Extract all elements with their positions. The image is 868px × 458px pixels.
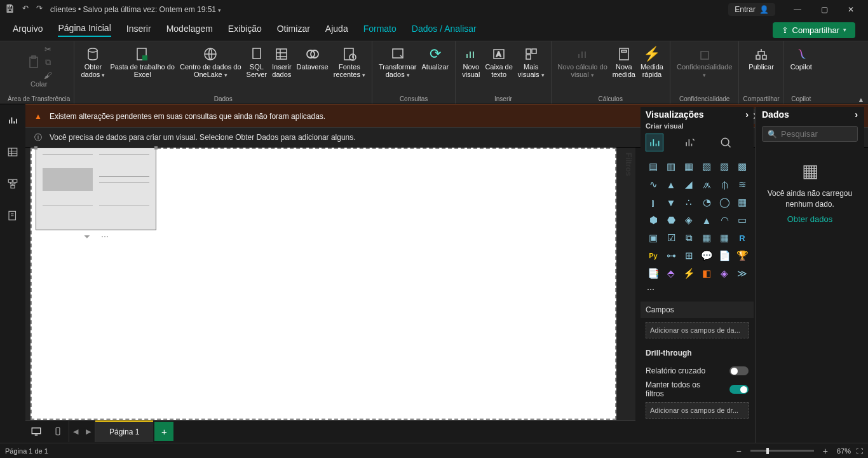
viz-shape-map[interactable]: ◈ xyxy=(681,212,696,228)
collapse-ribbon-icon[interactable]: ▲ xyxy=(858,96,864,103)
excel-workbook-button[interactable]: Pasta de trabalho do Excel xyxy=(107,44,177,80)
undo-icon[interactable]: ↶ xyxy=(22,4,29,15)
cut-icon[interactable]: ✂ xyxy=(44,45,52,54)
viz-treemap[interactable]: ▦ xyxy=(735,195,750,210)
dataverse-button[interactable]: Dataverse xyxy=(294,44,331,72)
viz-gauge[interactable]: ◠ xyxy=(717,212,732,228)
zoom-out-button[interactable]: − xyxy=(733,446,745,456)
report-view-button[interactable] xyxy=(4,112,21,128)
refresh-button[interactable]: ⟳Atualizar xyxy=(419,44,451,72)
prev-page-button[interactable]: ◀ xyxy=(69,420,82,442)
new-visual-button[interactable]: Novo visual xyxy=(459,44,482,80)
sql-server-button[interactable]: SQL Server xyxy=(244,44,269,80)
visual-placeholder[interactable]: ⏷ ⋯ xyxy=(36,148,156,230)
viz-stacked-column[interactable]: ▦ xyxy=(681,159,696,174)
tab-dados-analisar[interactable]: Dados / Analisar xyxy=(412,24,477,36)
viz-matrix[interactable]: ▦ xyxy=(717,230,732,246)
viz-100-column[interactable]: ▩ xyxy=(735,159,750,174)
viz-stacked-bar[interactable]: ▤ xyxy=(646,159,661,174)
mobile-layout-button[interactable] xyxy=(47,420,69,442)
viz-automate[interactable]: ⚡ xyxy=(681,266,696,281)
more-visuals-icon[interactable]: ⋯ xyxy=(646,284,749,295)
viz-line-stacked[interactable]: ⩕ xyxy=(699,177,714,192)
viz-multi-card[interactable]: ▣ xyxy=(646,230,661,246)
text-box-button[interactable]: ACaixa de texto xyxy=(482,44,515,80)
viz-python[interactable]: Py xyxy=(646,248,661,263)
tab-modelagem[interactable]: Modelagem xyxy=(166,24,213,36)
viz-funnel[interactable]: ▼ xyxy=(663,195,679,210)
viz-narrative[interactable]: 📄 xyxy=(717,248,732,263)
table-view-button[interactable] xyxy=(4,144,21,160)
fit-page-icon[interactable]: ⛶ xyxy=(856,447,863,455)
filter-icon[interactable]: ⏷ xyxy=(83,232,91,241)
copilot-button[interactable]: Copilot xyxy=(788,44,815,72)
recent-sources-button[interactable]: Fontes recentes ▾ xyxy=(331,44,368,80)
enter-data-button[interactable]: Inserir dados xyxy=(269,44,294,80)
viz-key-influencers[interactable]: ⊶ xyxy=(663,248,679,263)
viz-slicer[interactable]: ⧉ xyxy=(681,230,696,246)
get-data-link[interactable]: Obter dados xyxy=(762,214,858,225)
cross-report-toggle[interactable] xyxy=(729,366,749,375)
tab-pagina-inicial[interactable]: Página Inicial xyxy=(58,23,111,37)
get-data-button[interactable]: Obter dados ▾ xyxy=(78,44,107,80)
viz-100-bar[interactable]: ▨ xyxy=(717,159,732,174)
tab-ajuda[interactable]: Ajuda xyxy=(325,24,348,36)
collapse-data-icon[interactable]: › xyxy=(855,109,858,120)
viz-filled-map[interactable]: ⬣ xyxy=(663,212,679,228)
tab-arquivo[interactable]: Arquivo xyxy=(13,24,43,36)
viz-kpi[interactable]: ☑ xyxy=(663,230,679,246)
viz-custom4[interactable]: ◈ xyxy=(717,266,732,281)
model-view-button[interactable] xyxy=(4,176,21,192)
search-box[interactable]: 🔍 xyxy=(762,126,858,142)
tab-otimizar[interactable]: Otimizar xyxy=(277,24,310,36)
collapse-viz-icon[interactable]: › xyxy=(745,109,749,120)
signin-button[interactable]: Entrar👤 xyxy=(728,3,775,16)
viz-custom5[interactable]: ≫ xyxy=(735,266,750,281)
more-options-icon[interactable]: ⋯ xyxy=(101,232,109,241)
next-page-button[interactable]: ▶ xyxy=(82,420,95,442)
viz-ribbon[interactable]: ≋ xyxy=(735,177,750,192)
tab-inserir[interactable]: Inserir xyxy=(126,24,151,36)
viz-donut[interactable]: ◯ xyxy=(717,195,732,210)
viz-waterfall[interactable]: ⫿ xyxy=(646,195,661,210)
viz-stacked-area[interactable]: ◢ xyxy=(681,177,696,192)
onelake-hub-button[interactable]: Centro de dados do OneLake ▾ xyxy=(177,44,244,80)
save-icon[interactable] xyxy=(5,4,15,15)
add-drill-fields-well[interactable]: Adicionar os campos de dr... xyxy=(646,402,749,419)
keep-filters-toggle[interactable] xyxy=(729,385,749,394)
new-measure-button[interactable]: Nova medida xyxy=(610,44,638,80)
viz-clustered-column[interactable]: ▧ xyxy=(699,159,714,174)
format-visual-tab[interactable] xyxy=(681,134,699,151)
format-painter-icon[interactable]: 🖌 xyxy=(44,71,52,80)
viz-card[interactable]: ▭ xyxy=(735,212,750,228)
viz-azure-map[interactable]: ▲ xyxy=(699,212,714,228)
viz-goals[interactable]: 🏆 xyxy=(735,248,750,263)
desktop-layout-button[interactable] xyxy=(25,420,47,442)
search-input[interactable] xyxy=(781,129,852,139)
viz-scatter[interactable]: ∴ xyxy=(681,195,696,210)
zoom-slider[interactable] xyxy=(750,450,814,452)
share-button[interactable]: ⇪Compartilhar ▾ xyxy=(773,22,855,38)
minimize-button[interactable]: — xyxy=(785,1,810,18)
dax-view-button[interactable] xyxy=(4,207,21,224)
viz-qa[interactable]: 💬 xyxy=(699,248,714,263)
viz-clustered-bar[interactable]: ▥ xyxy=(663,159,679,174)
tab-formato[interactable]: Formato xyxy=(363,24,397,36)
zoom-in-button[interactable]: + xyxy=(819,446,832,456)
build-visual-tab[interactable] xyxy=(646,134,663,151)
more-visuals-button[interactable]: Mais visuais ▾ xyxy=(515,44,547,80)
viz-line-clustered[interactable]: ⫛ xyxy=(717,177,732,192)
redo-icon[interactable]: ↷ xyxy=(36,4,43,15)
viz-table[interactable]: ▦ xyxy=(699,230,714,246)
tab-exibicao[interactable]: Exibição xyxy=(228,24,262,36)
close-button[interactable]: ✕ xyxy=(839,1,863,18)
report-canvas[interactable]: ⏷ ⋯ xyxy=(31,148,616,420)
viz-power-apps[interactable]: ⬘ xyxy=(663,266,679,281)
viz-decomp-tree[interactable]: ⊞ xyxy=(681,248,696,263)
filters-pane-toggle[interactable]: Filtros xyxy=(624,153,633,176)
quick-measure-button[interactable]: ⚡Medida rápida xyxy=(638,44,666,80)
viz-area[interactable]: ▲ xyxy=(663,177,679,192)
analytics-tab[interactable] xyxy=(717,134,735,151)
add-page-button[interactable]: + xyxy=(154,422,173,441)
maximize-button[interactable]: ▢ xyxy=(812,1,836,18)
